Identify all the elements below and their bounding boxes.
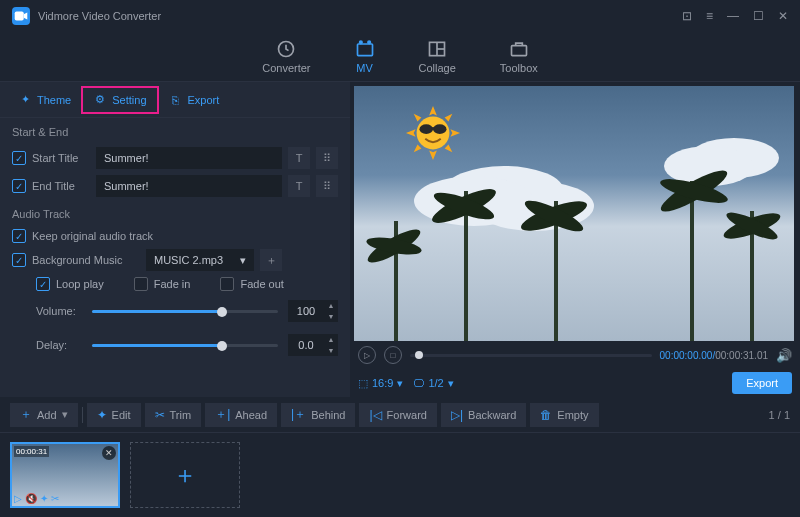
svg-point-4 bbox=[367, 41, 370, 44]
nav-collage[interactable]: Collage bbox=[419, 39, 456, 74]
end-title-text-icon[interactable]: T bbox=[288, 175, 310, 197]
aspect-icon: ⬚ bbox=[358, 377, 368, 390]
edit-button[interactable]: ✦Edit bbox=[87, 403, 141, 427]
tab-setting[interactable]: ⚙ Setting bbox=[81, 86, 158, 114]
progress-bar[interactable] bbox=[410, 354, 652, 357]
volume-up-icon[interactable]: ▲ bbox=[324, 300, 338, 311]
add-clip-placeholder[interactable]: ＋ bbox=[130, 442, 240, 508]
chevron-down-icon: ▾ bbox=[397, 377, 403, 390]
svg-rect-0 bbox=[15, 12, 24, 21]
clip-mute-icon[interactable]: 🔇 bbox=[25, 493, 37, 504]
delay-value[interactable] bbox=[288, 339, 324, 351]
keep-original-checkbox[interactable] bbox=[12, 229, 26, 243]
fadein-label: Fade in bbox=[154, 278, 191, 290]
tab-theme-label: Theme bbox=[37, 94, 71, 106]
start-title-text-icon[interactable]: T bbox=[288, 147, 310, 169]
end-title-label: End Title bbox=[32, 180, 90, 192]
backward-label: Backward bbox=[468, 409, 516, 421]
trim-label: Trim bbox=[170, 409, 192, 421]
volume-icon[interactable]: 🔊 bbox=[776, 348, 792, 363]
behind-button[interactable]: |＋Behind bbox=[281, 403, 355, 427]
wand-icon: ✦ bbox=[97, 408, 107, 422]
delay-slider[interactable] bbox=[92, 344, 278, 347]
menu-icon[interactable]: ≡ bbox=[706, 9, 713, 23]
end-title-input[interactable] bbox=[96, 175, 282, 197]
section-audio: Audio Track bbox=[0, 200, 350, 226]
play-button[interactable]: ▷ bbox=[358, 346, 376, 364]
top-nav: Converter MV Collage Toolbox bbox=[0, 32, 800, 82]
empty-button[interactable]: 🗑Empty bbox=[530, 403, 598, 427]
fadeout-checkbox[interactable] bbox=[220, 277, 234, 291]
preview-settings-bar: ⬚ 16:9 ▾ 🖵 1/2 ▾ Export bbox=[350, 369, 800, 397]
ahead-button[interactable]: ＋|Ahead bbox=[205, 403, 277, 427]
backward-button[interactable]: ▷|Backward bbox=[441, 403, 526, 427]
screen-icon: 🖵 bbox=[413, 377, 424, 389]
svg-point-21 bbox=[433, 124, 447, 134]
nav-collage-label: Collage bbox=[419, 62, 456, 74]
clip-duration: 00:00:31 bbox=[14, 446, 49, 457]
export-button[interactable]: Export bbox=[732, 372, 792, 394]
fadein-checkbox[interactable] bbox=[134, 277, 148, 291]
feedback-icon[interactable]: ⊡ bbox=[682, 9, 692, 23]
volume-down-icon[interactable]: ▼ bbox=[324, 311, 338, 322]
trim-button[interactable]: ✂Trim bbox=[145, 403, 202, 427]
stop-button[interactable]: □ bbox=[384, 346, 402, 364]
svg-point-18 bbox=[724, 208, 781, 244]
volume-value[interactable] bbox=[288, 305, 324, 317]
volume-slider[interactable] bbox=[92, 310, 278, 313]
video-preview[interactable] bbox=[354, 86, 794, 341]
loop-label: Loop play bbox=[56, 278, 104, 290]
start-title-input[interactable] bbox=[96, 147, 282, 169]
svg-point-19 bbox=[417, 117, 450, 150]
backward-icon: ▷| bbox=[451, 408, 463, 422]
edit-label: Edit bbox=[112, 409, 131, 421]
tab-export[interactable]: ⎘ Export bbox=[159, 86, 230, 114]
svg-rect-8 bbox=[511, 46, 526, 56]
clip-trim-icon[interactable]: ✂ bbox=[51, 493, 59, 504]
bg-music-select[interactable]: MUSIC 2.mp3 ▾ bbox=[146, 249, 254, 271]
keep-original-label: Keep original audio track bbox=[32, 230, 153, 242]
aspect-ratio-select[interactable]: ⬚ 16:9 ▾ bbox=[358, 377, 403, 390]
end-title-grid-icon[interactable]: ⠿ bbox=[316, 175, 338, 197]
add-music-button[interactable]: ＋ bbox=[260, 249, 282, 271]
end-title-checkbox[interactable] bbox=[12, 179, 26, 193]
time-display: 00:00:00.00/00:00:31.01 bbox=[660, 350, 768, 361]
bg-music-checkbox[interactable] bbox=[12, 253, 26, 267]
toolbox-icon bbox=[509, 39, 529, 59]
scissors-icon: ✂ bbox=[155, 408, 165, 422]
clip-thumbnail[interactable]: 00:00:31 ✕ ▷ 🔇 ✦ ✂ bbox=[10, 442, 120, 508]
start-title-label: Start Title bbox=[32, 152, 90, 164]
export-icon: ⎘ bbox=[169, 93, 183, 107]
nav-toolbox[interactable]: Toolbox bbox=[500, 39, 538, 74]
converter-icon bbox=[276, 39, 296, 59]
plus-icon: ＋ bbox=[20, 406, 32, 423]
aspect-ratio-value: 16:9 bbox=[372, 377, 393, 389]
delay-down-icon[interactable]: ▼ bbox=[324, 345, 338, 356]
bg-music-label: Background Music bbox=[32, 254, 140, 266]
add-button[interactable]: ＋Add▾ bbox=[10, 403, 78, 427]
chevron-down-icon: ▾ bbox=[448, 377, 454, 390]
svg-point-3 bbox=[359, 41, 362, 44]
gear-icon: ⚙ bbox=[93, 93, 107, 107]
nav-toolbox-label: Toolbox bbox=[500, 62, 538, 74]
tab-theme[interactable]: ✦ Theme bbox=[8, 86, 81, 114]
delay-spinbox[interactable]: ▲▼ bbox=[288, 334, 338, 356]
nav-converter[interactable]: Converter bbox=[262, 39, 310, 74]
loop-checkbox[interactable] bbox=[36, 277, 50, 291]
nav-converter-label: Converter bbox=[262, 62, 310, 74]
volume-spinbox[interactable]: ▲▼ bbox=[288, 300, 338, 322]
maximize-icon[interactable]: ☐ bbox=[753, 9, 764, 23]
minimize-icon[interactable]: — bbox=[727, 9, 739, 23]
clip-play-icon[interactable]: ▷ bbox=[14, 493, 22, 504]
forward-button[interactable]: |◁Forward bbox=[359, 403, 436, 427]
delay-up-icon[interactable]: ▲ bbox=[324, 334, 338, 345]
remove-clip-button[interactable]: ✕ bbox=[102, 446, 116, 460]
theme-icon: ✦ bbox=[18, 93, 32, 107]
clip-edit-icon[interactable]: ✦ bbox=[40, 493, 48, 504]
start-title-grid-icon[interactable]: ⠿ bbox=[316, 147, 338, 169]
scale-select[interactable]: 🖵 1/2 ▾ bbox=[413, 377, 453, 390]
nav-mv[interactable]: MV bbox=[355, 39, 375, 74]
close-icon[interactable]: ✕ bbox=[778, 9, 788, 23]
app-logo bbox=[12, 7, 30, 25]
start-title-checkbox[interactable] bbox=[12, 151, 26, 165]
